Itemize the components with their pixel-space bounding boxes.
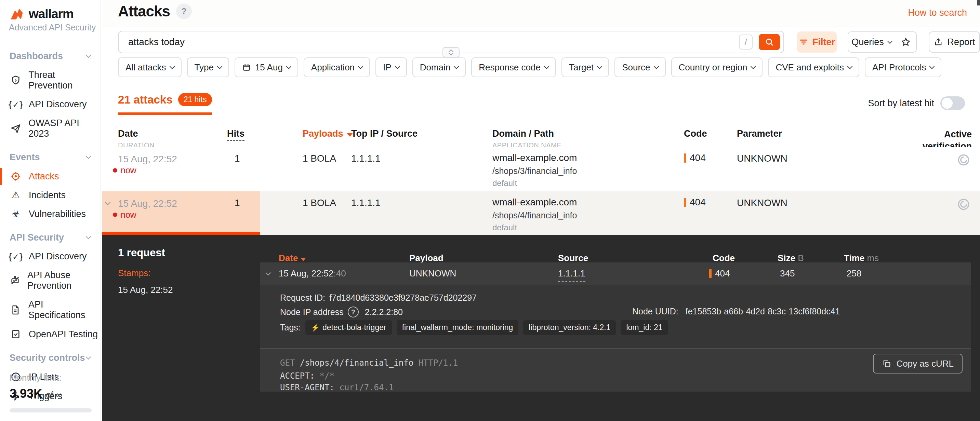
- nav-section-security-controls[interactable]: Security controls: [0, 349, 100, 367]
- sort-by-latest-hit: Sort by latest hit: [868, 96, 965, 110]
- chip-domain[interactable]: Domain: [412, 57, 466, 77]
- chevron-down-icon: [86, 234, 91, 240]
- request-source[interactable]: 1.1.1.1: [558, 268, 585, 282]
- shield-bolt-icon: [10, 75, 22, 86]
- brand-block: wallarm Advanced API Security: [0, 0, 100, 32]
- braces-check-icon: {✓}: [10, 100, 22, 109]
- attacks-count-tab[interactable]: 21 attacks 21 hits: [118, 93, 212, 115]
- sidebar-item-attacks[interactable]: Attacks: [0, 167, 100, 186]
- detail-header-size[interactable]: Size B: [778, 253, 804, 264]
- attack-top-ip: 1.1.1.1: [351, 153, 380, 164]
- header-domain-path[interactable]: Domain / Path: [492, 129, 554, 139]
- tag-final-wallarm-mode[interactable]: final_wallarm_mode: monitoring: [397, 320, 519, 335]
- help-icon[interactable]: ?: [176, 3, 192, 19]
- braces-check-icon: {✓}: [10, 252, 22, 261]
- chevron-down-icon[interactable]: [106, 200, 110, 206]
- header-parameter[interactable]: Parameter: [737, 129, 782, 139]
- how-to-search-link[interactable]: How to search: [908, 8, 967, 18]
- queries-dropdown[interactable]: Queries: [848, 32, 896, 52]
- report-button[interactable]: Report: [929, 32, 980, 52]
- nav-section-dashboards[interactable]: Dashboards: [0, 47, 100, 66]
- header-payloads[interactable]: Payloads: [302, 129, 353, 139]
- chip-application[interactable]: Application: [304, 57, 370, 77]
- nav-section-api-security[interactable]: API Security: [0, 228, 100, 247]
- chip-country[interactable]: Country or region: [671, 57, 763, 77]
- copy-as-curl-button[interactable]: Copy as cURL: [873, 354, 963, 373]
- search-button[interactable]: [759, 34, 780, 50]
- detail-header-payload[interactable]: Payload: [409, 253, 444, 264]
- request-metadata: Request ID: f7d1840d63380e3f9278ae757d20…: [260, 285, 971, 348]
- attack-date: 15 Aug, 22:52: [118, 154, 177, 165]
- target-icon: [10, 171, 22, 182]
- attack-row-1[interactable]: 15 Aug, 22:52 now 1 1 BOLA 1.1.1.1 wmall…: [102, 147, 980, 192]
- header-code[interactable]: Code: [684, 129, 707, 139]
- title-bar: Attacks ? How to search: [102, 0, 980, 27]
- request-summary: 1 request Stamps: 15 Aug, 22:52: [118, 247, 173, 295]
- sidebar-item-api-abuse-prevention[interactable]: API Abuse Prevention: [0, 266, 100, 295]
- filter-icon: [799, 37, 808, 47]
- sidebar-item-api-discovery[interactable]: {✓} API Discovery: [0, 95, 100, 114]
- favorite-queries-button[interactable]: [895, 32, 917, 52]
- detail-header-date[interactable]: Date: [279, 253, 306, 264]
- request-id-line: Request ID: f7d1840d63380e3f9278ae757d20…: [280, 293, 477, 303]
- sidebar-item-vulnerabilities[interactable]: ☣ Vulnerabilities: [0, 205, 100, 224]
- attack-row-2-selected[interactable]: 15 Aug, 22:52 now 1 1 BOLA 1.1.1.1 wmall…: [102, 191, 980, 235]
- sidebar-item-incidents[interactable]: ⚠ Incidents: [0, 186, 100, 205]
- attack-code: 404: [684, 197, 706, 208]
- sort-toggle[interactable]: [940, 96, 965, 110]
- brand-subtitle: Advanced API Security: [9, 22, 100, 32]
- tag-lom-id[interactable]: lom_id: 21: [620, 320, 668, 335]
- chip-type[interactable]: Type: [187, 57, 229, 77]
- scrollbar-thumb[interactable]: [977, 0, 980, 5]
- tag-libproton-version[interactable]: libproton_version: 4.2.1: [523, 320, 616, 335]
- active-verification-icon[interactable]: [956, 197, 971, 212]
- header-hits[interactable]: Hits: [227, 129, 245, 139]
- raw-request-block: GET /shops/4/financial_info HTTP/1.1 ACC…: [260, 348, 971, 392]
- sidebar-item-owasp-api-2023[interactable]: OWASP API 2023: [0, 114, 100, 143]
- monthly-limit-value: 3.93K: [10, 386, 42, 400]
- detail-header-code[interactable]: Code: [713, 253, 735, 264]
- tag-detect-bola-trigger[interactable]: ⚡detect-bola-trigger: [305, 320, 392, 335]
- question-circle-icon[interactable]: ?: [348, 307, 359, 318]
- chip-api-protocols[interactable]: API Protocols: [865, 57, 942, 77]
- chip-ip[interactable]: IP: [375, 57, 407, 77]
- nav-section-events[interactable]: Events: [0, 148, 100, 167]
- slash-shortcut-badge: /: [739, 35, 752, 49]
- search-box[interactable]: /: [118, 31, 784, 53]
- chevron-down-icon: [544, 64, 549, 69]
- header-top-ip-source[interactable]: Top IP / Source: [351, 129, 417, 139]
- chip-date[interactable]: 15 Aug: [235, 57, 298, 77]
- attack-domain: wmall-example.com: [492, 197, 577, 208]
- request-row[interactable]: 15 Aug, 22:52:40 UNKNOWN 1.1.1.1 404 345…: [260, 262, 971, 285]
- chip-response-code[interactable]: Response code: [471, 57, 556, 77]
- sidebar-item-threat-prevention[interactable]: Threat Prevention: [0, 66, 100, 95]
- request-detail-panel: 1 request Stamps: 15 Aug, 22:52 Date Pay…: [102, 235, 980, 421]
- sidebar-item-openapi-testing[interactable]: OpenAPI Testing: [0, 325, 100, 344]
- detail-header-source[interactable]: Source: [558, 253, 588, 264]
- chevron-down-icon: [847, 64, 853, 69]
- header-date[interactable]: Date: [118, 129, 138, 139]
- user-agent-line: USER-AGENT: curl/7.64.1: [280, 383, 394, 392]
- live-dot-icon: [113, 213, 117, 217]
- attack-application: default: [492, 223, 517, 232]
- chip-cve[interactable]: CVE and exploits: [768, 57, 859, 77]
- chip-all-attacks[interactable]: All attacks: [118, 57, 181, 77]
- detail-header-time[interactable]: Time ms: [844, 253, 879, 264]
- attack-ago: now: [113, 210, 137, 220]
- search-input[interactable]: [127, 33, 710, 51]
- request-size: 345: [780, 268, 795, 279]
- chevron-down-icon[interactable]: [266, 270, 270, 276]
- active-verification-icon[interactable]: [956, 153, 971, 167]
- chip-target[interactable]: Target: [562, 57, 609, 77]
- sidebar-item-api-discovery-2[interactable]: {✓} API Discovery: [0, 247, 100, 266]
- filter-button[interactable]: Filter: [797, 32, 837, 52]
- search-expand-handle[interactable]: [442, 47, 460, 57]
- accept-header-line: ACCEPT: */*: [280, 371, 334, 381]
- chevron-down-icon: [169, 64, 175, 69]
- chip-source[interactable]: Source: [614, 57, 665, 77]
- sidebar-item-api-specifications[interactable]: API Specifications: [0, 295, 100, 325]
- live-dot-icon: [113, 168, 117, 173]
- brand-name: wallarm: [29, 7, 73, 21]
- chevron-down-icon: [751, 64, 756, 69]
- filter-chips-row: All attacks Type 15 Aug Application IP D…: [118, 57, 941, 77]
